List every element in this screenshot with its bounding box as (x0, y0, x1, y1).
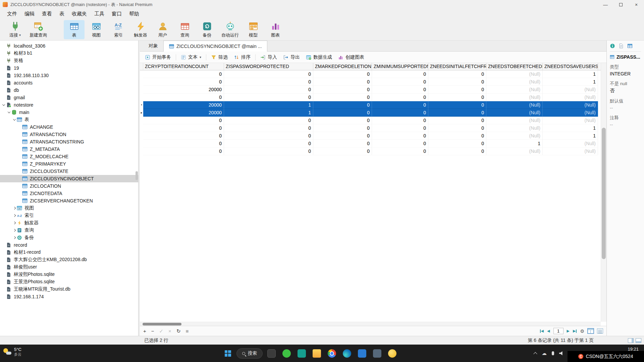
tree-chevron-open-icon[interactable] (1, 104, 6, 106)
tree-chevron-closed-icon[interactable] (12, 229, 17, 231)
grid-cell[interactable]: 0 (143, 70, 224, 78)
grid-cell[interactable]: 0 (313, 124, 372, 132)
info-tab-icon[interactable] (610, 43, 615, 49)
tree-chevron-open-icon[interactable] (7, 111, 11, 113)
grid-cell[interactable]: 0 (224, 86, 313, 94)
tree-item-26[interactable]: 备份 (0, 234, 138, 241)
stop-button[interactable]: ■ (185, 328, 189, 334)
grid-cell[interactable]: 0 (428, 94, 486, 101)
grid-cell[interactable]: (Null) (486, 132, 543, 140)
table-row-4[interactable]: •200001000(Null)(Null) (140, 101, 606, 109)
grid-cell[interactable]: 0 (372, 86, 428, 94)
tab-0[interactable]: 对象 (143, 41, 163, 51)
grid-cell[interactable]: 1 (486, 140, 543, 147)
tree-chevron-closed-icon[interactable] (12, 215, 17, 217)
grid-cell[interactable]: 0 (428, 147, 486, 155)
tree-item-ZICSERVERCHANGETOKEN[interactable]: ZICSERVERCHANGETOKEN (0, 197, 138, 204)
grid-cell[interactable]: 0 (372, 147, 428, 155)
grid-cell[interactable]: (Null) (486, 124, 543, 132)
tree-item-10[interactable]: 表 (0, 116, 138, 123)
grid-cell[interactable]: 0 (224, 132, 313, 140)
taskbar-app-app-teal[interactable] (295, 347, 308, 360)
page-number-input[interactable]: 1 (553, 328, 564, 334)
table-row-6[interactable]: 00000(Null)(Null) (140, 117, 606, 124)
tree-item-Z_MODELCACHE[interactable]: Z_MODELCACHE (0, 153, 138, 160)
column-header-0[interactable]: ZCRYPTOITERATIONCOUNT (143, 63, 224, 70)
grid-cell[interactable]: 0 (313, 109, 372, 117)
toolbar-button-8[interactable]: 备份 (197, 20, 217, 39)
grid-cell[interactable]: 1 (543, 132, 598, 140)
tree-item-localhost_3306[interactable]: localhost_3306 (0, 42, 138, 50)
vertical-scrollbar[interactable] (601, 63, 606, 322)
menu-item-1[interactable]: 编辑 (21, 9, 38, 18)
tree-item-user[interactable]: 林俊熙user (0, 263, 138, 271)
grid-cell[interactable]: 0 (143, 94, 224, 101)
grid-cell[interactable]: (Null) (486, 109, 543, 117)
table-row-0[interactable]: 00000(Null)1 (140, 70, 606, 78)
grid-toolbar-button-2[interactable]: 筛选 (208, 53, 231, 62)
tree-item-23[interactable]: A-Z索引 (0, 212, 138, 219)
maximize-button[interactable] (613, 0, 629, 9)
grid-cell[interactable]: 20000 (143, 109, 224, 117)
menu-item-2[interactable]: 查看 (38, 9, 56, 18)
tree-item-22[interactable]: 视图 (0, 204, 138, 212)
tree-item-ZICCLOUDSYNCINGOBJECT[interactable]: ZICCLOUDSYNCINGOBJECT (0, 175, 138, 182)
grid-cell[interactable]: 20000 (143, 101, 224, 109)
grid-cell[interactable]: 0 (313, 132, 372, 140)
grid-cell[interactable]: (Null) (543, 101, 598, 109)
grid-view-button[interactable] (588, 328, 594, 334)
toolbar-button-3[interactable]: 视图 (86, 20, 107, 39)
grid-cell[interactable]: 0 (224, 140, 313, 147)
first-record-button[interactable]: ◀ (540, 329, 544, 333)
grid-cell[interactable]: 0 (372, 109, 428, 117)
table-row-9[interactable]: 000001(Null) (140, 140, 606, 147)
grid-cell[interactable]: 0 (372, 70, 428, 78)
tree-item-3b1[interactable]: 检材3 b1 (0, 50, 138, 57)
grid-cell[interactable]: 0 (224, 117, 313, 124)
taskbar-app-app-slate[interactable] (371, 347, 383, 360)
minimize-button[interactable]: — (598, 0, 613, 9)
toolbar-button-7[interactable]: 查询 (174, 20, 195, 39)
vertical-scroll-thumb[interactable] (602, 128, 606, 259)
taskbar-app-edge[interactable] (340, 347, 353, 360)
grid-cell[interactable]: 0 (313, 140, 372, 147)
grid-cell[interactable]: 0 (372, 124, 428, 132)
refresh-button[interactable]: ↻ (176, 328, 181, 334)
onedrive-cloud-icon[interactable]: ☁ (542, 350, 547, 356)
grid-cell[interactable]: 0 (313, 86, 372, 94)
grid-cell[interactable]: 0 (428, 86, 486, 94)
toggle-right-panel-icon[interactable] (628, 338, 634, 343)
grid-cell[interactable]: (Null) (543, 109, 598, 117)
grid-cell[interactable]: 0 (143, 124, 224, 132)
column-header-3[interactable]: ZMINIMUMSUPPORTEDN (372, 63, 428, 70)
menu-item-4[interactable]: 收藏夹 (68, 9, 91, 18)
discard-changes-button[interactable]: × (168, 328, 171, 334)
grid-toolbar-button-3[interactable]: 排序 (231, 53, 254, 62)
tree-chevron-open-icon[interactable] (12, 119, 17, 121)
horizontal-scrollbar[interactable] (140, 322, 601, 326)
grid-cell[interactable]: (Null) (543, 94, 598, 101)
grid-cell[interactable]: 0 (428, 124, 486, 132)
grid-cell[interactable]: 0 (372, 78, 428, 86)
toggle-bottom-panel-icon[interactable] (636, 338, 641, 343)
grid-cell[interactable]: 0 (428, 78, 486, 86)
tree-item-ATRANSACTIONSTRING[interactable]: ATRANSACTIONSTRING (0, 138, 138, 145)
microphone-icon[interactable] (552, 351, 554, 355)
grid-cell[interactable]: 0 (143, 147, 224, 155)
tree-item-main[interactable]: main (0, 109, 138, 116)
grid-cell[interactable]: 0 (224, 94, 313, 101)
grid-cell[interactable]: (Null) (543, 117, 598, 124)
tree-item-192.168.1.174[interactable]: 192.168.1.174 (0, 293, 138, 300)
taskbar-app-app-dark[interactable] (265, 347, 278, 360)
table-row-1[interactable]: 00000(Null)1 (140, 78, 606, 86)
grid-toolbar-button-7[interactable]: 创建图表 (335, 53, 367, 62)
table-row-8[interactable]: 00000(Null)1 (140, 132, 606, 140)
grid-toolbar-button-1[interactable]: 文本▾ (178, 53, 204, 62)
tree-item-25[interactable]: 查询 (0, 227, 138, 234)
grid-cell[interactable]: (Null) (486, 147, 543, 155)
settings-gear-icon[interactable]: ⚙ (580, 328, 584, 334)
grid-cell[interactable]: 0 (224, 78, 313, 86)
grid-cell[interactable]: 0 (313, 101, 372, 109)
tree-item-notestore[interactable]: notestore (0, 101, 138, 109)
toolbar-button-0[interactable]: 连接▾ (5, 20, 25, 39)
